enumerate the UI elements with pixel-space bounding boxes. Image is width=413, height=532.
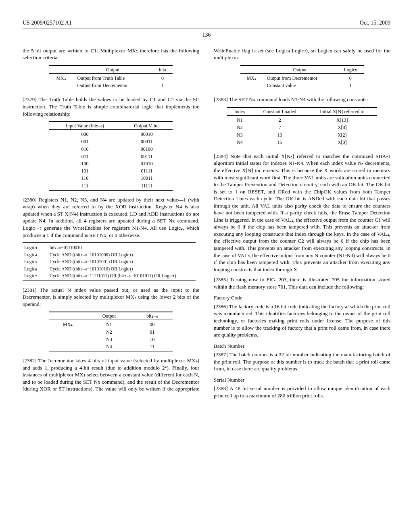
para-2384: [2384] Note that each initial X[Nₙ] refe…: [214, 153, 390, 273]
td: 1: [337, 82, 364, 90]
heading-batch: Batch Number: [214, 343, 390, 350]
td: N3: [87, 336, 132, 343]
td: 101: [49, 167, 121, 175]
td: 7: [252, 124, 307, 131]
td: Cycle AND ((bit₇₋₀=10101001) OR Logic₃): [48, 258, 196, 266]
td: Output from Decrementor: [73, 82, 152, 90]
td: 001: [49, 138, 121, 145]
td: N2: [227, 124, 252, 131]
td: 010: [49, 145, 121, 153]
td: Output from Truth Table: [73, 74, 152, 82]
pub-date: Oct. 15, 2009: [360, 19, 390, 27]
td: 15: [252, 139, 307, 147]
para-2385: [2385] Turning now to FIG. 203, there is…: [214, 276, 390, 290]
para-2380: [2380] Registers N1, N2, N3, and N4 are …: [23, 196, 199, 239]
td: 10: [131, 336, 173, 343]
td: 00011: [121, 138, 173, 145]
td: 111: [49, 182, 121, 191]
table-mx3: Output Logic₃ MX₃Output from Decrementor…: [240, 65, 364, 91]
td: 100: [49, 160, 121, 167]
td: 11: [131, 343, 173, 351]
td: N2: [87, 328, 132, 336]
td: Cycle AND ((bit₇₋₀=10101010) OR Logic₃): [48, 266, 196, 273]
th: [49, 66, 73, 74]
td: X[13]: [307, 116, 377, 124]
td: N3: [227, 131, 252, 139]
td: bit₇₋₀=01110010: [48, 244, 196, 251]
td: 1: [152, 82, 173, 90]
th: Output: [73, 66, 152, 74]
td: X[8]: [307, 124, 377, 131]
pub-number: US 2009/0257102 A1: [23, 19, 72, 27]
td: 0: [337, 74, 364, 82]
td: Constant value: [263, 82, 337, 90]
para-2386: [2386] The factory code is a 16 bit code…: [214, 303, 390, 339]
page-number: 136: [23, 31, 390, 39]
th: Input Value (bit₂₋₀): [49, 122, 121, 130]
th: Logic₃: [337, 66, 364, 74]
td: Logic₆: [23, 266, 48, 273]
th: [240, 66, 263, 74]
td: Logic₄: [23, 251, 48, 259]
td: Logic₅: [23, 258, 48, 266]
para-2379: [2379] The Truth Table holds the values …: [23, 96, 199, 117]
table-constants: Index Constant Loaded Initial X[N] refer…: [227, 107, 377, 147]
td: [240, 82, 263, 90]
td: 01: [131, 328, 173, 336]
td: N1: [87, 320, 132, 328]
para-2381: [2381] The actual N index value passed o…: [23, 287, 199, 308]
td: [49, 82, 73, 90]
td: Logic₇: [23, 272, 48, 281]
td: Logic₃: [23, 244, 48, 251]
th: Initial X[N] referred to: [307, 108, 377, 116]
td: N4: [227, 139, 252, 147]
td: 000: [49, 130, 121, 138]
th: bit₆: [152, 66, 173, 74]
td: MX₄: [49, 320, 87, 328]
td: Output from Decrementor: [263, 74, 337, 82]
th: Index: [227, 108, 252, 116]
td: 011: [49, 153, 121, 160]
table-truth: Input Value (bit₂₋₀) Output Value 000000…: [49, 121, 173, 191]
th: Constant Loaded: [252, 108, 307, 116]
td: X[2]: [307, 131, 377, 139]
td: N4: [87, 343, 132, 351]
td: X[0]: [307, 139, 377, 147]
td: N1: [227, 116, 252, 124]
para-2387: [2387] The batch number is a 32 bit numb…: [214, 351, 390, 372]
page-header: US 2009/0257102 A1 Oct. 15, 2009: [23, 19, 390, 29]
td: 110: [49, 175, 121, 182]
td: 01111: [121, 167, 173, 175]
td: [49, 336, 87, 343]
td: 2: [252, 116, 307, 124]
td: 00: [131, 320, 173, 328]
td: MX₃: [240, 74, 263, 82]
table-mx4: Output bit₁₋₀ MX₄N100 N201 N310 N411: [49, 312, 173, 351]
para-2383: [2383] The SET Nx command loads N1-N4 wi…: [214, 96, 390, 103]
td: [49, 343, 87, 351]
th: [49, 312, 87, 320]
td: 00100: [121, 145, 173, 153]
td: 00010: [121, 130, 173, 138]
para-2388: [2388] A 48 bit serial number is provide…: [214, 385, 390, 399]
heading-serial: Serial Number: [214, 376, 390, 384]
body-columns: the 5-bit output are written to C1. Mult…: [23, 47, 390, 399]
td: MX₁: [49, 74, 73, 82]
td: [49, 328, 87, 336]
td: 13: [252, 131, 307, 139]
heading-factory: Factory Code: [214, 294, 390, 301]
table-logic: Logic₃bit₇₋₀=01110010 Logic₄Cycle AND ((…: [23, 242, 196, 281]
th: Output: [263, 66, 337, 74]
th: Output Value: [121, 122, 173, 130]
td: 01010: [121, 160, 173, 167]
td: 00111: [121, 153, 173, 160]
th: bit₁₋₀: [131, 312, 173, 320]
td: 10011: [121, 175, 173, 182]
td: Cycle AND ((bit₇₋₀=10101000) OR Logic₃): [48, 251, 196, 259]
td: 11111: [121, 182, 173, 191]
table-mx1: Output bit₆ MX₁ Output from Truth Table …: [49, 65, 173, 91]
td: Cycle AND ((bit₇₋₀=11111011) OR (bit₇₋₀=…: [48, 272, 196, 281]
td: 0: [152, 74, 173, 82]
th: Output: [87, 312, 132, 320]
intro-text: the 5-bit output are written to C1. Mult…: [23, 47, 199, 61]
